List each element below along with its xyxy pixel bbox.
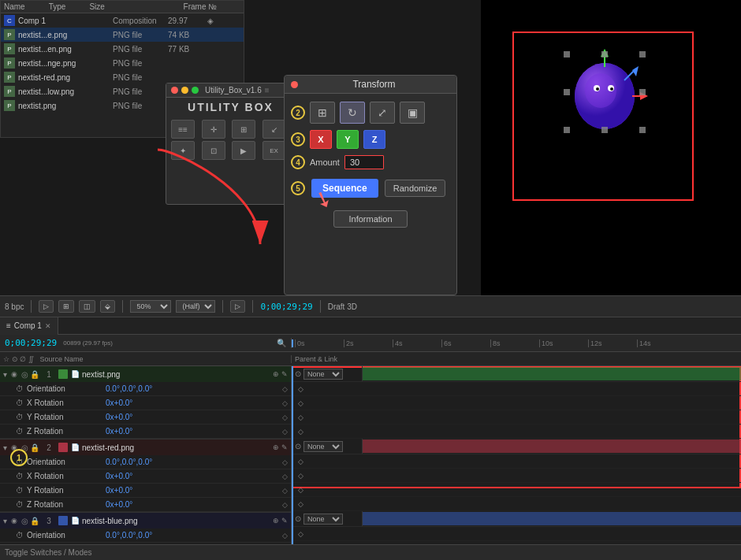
tl-sub-row: ◇ — [292, 396, 741, 410]
layer-edit-icon[interactable]: ✎ — [281, 370, 288, 378]
expand-icon[interactable]: ▾ — [3, 370, 7, 379]
toolbar-btn-4[interactable]: ⬙ — [100, 300, 115, 313]
parent-select[interactable]: None — [303, 514, 343, 525]
toolbar-btn-1[interactable]: ▷ — [39, 300, 54, 313]
axis-y-btn[interactable]: Y — [337, 130, 359, 149]
keyframe-icon[interactable]: ◇ — [282, 473, 288, 480]
prop-name: Z Rotation — [27, 427, 106, 436]
mode-btn-expand[interactable]: ⤢ — [370, 102, 395, 124]
randomize-button[interactable]: Randomize — [385, 180, 446, 197]
close-dot[interactable] — [171, 87, 178, 94]
keyframe-nav[interactable]: ◇ — [298, 500, 303, 508]
layer-main-row[interactable]: ▾ ◉ ◎ 🔒 3 📄 nextist-blue.png ⊕ ✎ — [0, 513, 291, 528]
minimize-dot[interactable] — [181, 87, 188, 94]
keyframe-icon[interactable]: ◇ — [282, 458, 288, 466]
stopwatch-icon[interactable]: ⏱ — [16, 399, 24, 407]
keyframe-nav[interactable]: ◇ — [298, 399, 303, 407]
maximize-dot[interactable] — [192, 87, 199, 94]
keyframe-nav[interactable]: ◇ — [298, 428, 303, 436]
layer-edit-icon[interactable]: ✎ — [281, 443, 288, 451]
layer-eye-icon[interactable]: ◉ — [9, 515, 20, 526]
stopwatch-icon[interactable]: ⏱ — [16, 500, 24, 509]
expand-icon[interactable]: ▾ — [3, 443, 7, 452]
keyframe-icon[interactable]: ◇ — [282, 414, 288, 421]
timeline-area: ≡ Comp 1 ✕ 0;00;29;29 00899 (29.97 fps) … — [0, 317, 741, 560]
layer-solo-icon[interactable]: ◎ — [21, 517, 28, 525]
stopwatch-icon[interactable]: ⏱ — [16, 531, 24, 540]
util-btn-sun[interactable]: ✦ — [171, 141, 195, 160]
file-row[interactable]: P nextist...en.png PNG file 77 KB — [1, 42, 244, 56]
util-btn-video[interactable]: ▶ — [232, 141, 255, 160]
keyframe-nav[interactable]: ◇ — [298, 472, 303, 480]
util-btn-plus[interactable]: ✛ — [202, 120, 225, 139]
keyframe-nav[interactable]: ◇ — [298, 458, 303, 465]
layer-lock-icon[interactable]: 🔒 — [30, 443, 39, 452]
util-btn-ex[interactable]: EX — [263, 141, 286, 160]
file-row[interactable]: C Comp 1 Composition 29.97 ◈ — [1, 13, 244, 28]
layer-lock-icon[interactable]: 🔒 — [30, 370, 39, 379]
axis-x-btn[interactable]: X — [310, 130, 332, 149]
keyframe-nav[interactable]: ◇ — [298, 385, 303, 393]
layer-switch-icon[interactable]: ⊕ — [273, 517, 279, 525]
mode-btn-grid[interactable]: ⊞ — [310, 102, 335, 124]
keyframe-icon[interactable]: ◇ — [282, 532, 288, 540]
layer-switch-icon[interactable]: ⊕ — [273, 443, 279, 451]
toolbar-sep-4 — [252, 300, 253, 313]
keyframe-nav[interactable]: ◇ — [298, 414, 303, 421]
col-frame: Frame № — [184, 2, 217, 11]
stopwatch-icon[interactable]: ⏱ — [16, 472, 24, 480]
keyframe-nav[interactable]: ◇ — [298, 486, 303, 494]
util-btn-corner[interactable]: ↙ — [263, 120, 286, 139]
util-btn-dotgrid[interactable]: ⊡ — [202, 141, 225, 160]
stopwatch-icon[interactable]: ⏱ — [16, 384, 24, 393]
stopwatch-icon[interactable]: ⏱ — [16, 413, 24, 421]
axis-z-btn[interactable]: Z — [363, 130, 385, 149]
layer-main-row[interactable]: ▾ ◉ ◎ 🔒 2 📄 nextist-red.png ⊕ ✎ — [0, 439, 291, 455]
parent-select[interactable]: None — [303, 441, 343, 452]
ruler-mark: 0s — [295, 339, 344, 347]
file-row[interactable]: P nextist...nge.png PNG file — [1, 56, 244, 70]
utility-menu-icon[interactable]: ≡ — [265, 86, 270, 95]
layer-prop-row: ⏱ Z Rotation 0x+0.0° ◇ — [0, 425, 291, 439]
tl-sub-row: ◇ — [292, 382, 741, 396]
keyframe-cell: ◇ — [292, 410, 741, 424]
search-icon[interactable]: 🔍 — [277, 339, 286, 347]
keyframe-nav[interactable]: ◇ — [298, 530, 303, 538]
stopwatch-icon[interactable]: ⏱ — [16, 486, 24, 495]
layer-edit-icon[interactable]: ✎ — [281, 517, 288, 525]
amount-label: Amount — [310, 158, 340, 167]
keyframe-icon[interactable]: ◇ — [282, 428, 288, 436]
parent-select[interactable]: None — [303, 369, 343, 380]
information-button[interactable]: Information — [333, 210, 407, 228]
transform-title: Transform — [298, 79, 450, 90]
comp-tab[interactable]: ≡ Comp 1 ✕ — [0, 317, 58, 335]
util-btn-grid[interactable]: ⊞ — [232, 120, 255, 139]
expand-icon[interactable]: ▾ — [3, 517, 7, 525]
layer-main-row[interactable]: ▾ ◉ ◎ 🔒 1 📄 nextist.png ⊕ ✎ — [0, 366, 291, 382]
layer-switch-icon[interactable]: ⊕ — [273, 370, 279, 378]
util-btn-align[interactable]: ≡≡ — [171, 120, 195, 139]
zoom-select[interactable]: 50%100%25% — [130, 300, 171, 313]
file-row[interactable]: P nextist...e.png PNG file 74 KB — [1, 28, 244, 42]
keyframe-icon[interactable]: ◇ — [282, 385, 288, 393]
amount-input[interactable] — [344, 155, 384, 169]
tl-sub-row: ◇ — [292, 469, 741, 483]
toolbar-btn-3[interactable]: ◫ — [79, 300, 95, 313]
keyframe-icon[interactable]: ◇ — [282, 501, 288, 509]
layer-prop-row: ⏱ X Rotation 0x+0.0° ◇ — [0, 469, 291, 484]
layer-lock-icon[interactable]: 🔒 — [30, 517, 39, 525]
transform-close-dot[interactable] — [291, 81, 298, 88]
layer-solo-icon[interactable]: ◎ — [21, 370, 28, 379]
prop-name: Orientation — [27, 531, 106, 540]
file-icon: C — [4, 15, 15, 26]
comp-tab-close[interactable]: ✕ — [45, 322, 51, 330]
keyframe-icon[interactable]: ◇ — [282, 487, 288, 495]
toolbar-btn-2[interactable]: ⊞ — [58, 300, 74, 313]
mode-btn-rotate[interactable]: ↻ — [340, 102, 365, 124]
layer-eye-icon[interactable]: ◉ — [9, 369, 20, 380]
quality-select[interactable]: (Half)(Full) — [176, 300, 215, 313]
stopwatch-icon[interactable]: ⏱ — [16, 427, 24, 436]
mode-btn-border[interactable]: ▣ — [400, 102, 425, 124]
toolbar-preview-btn[interactable]: ▷ — [230, 300, 245, 313]
keyframe-icon[interactable]: ◇ — [282, 399, 288, 407]
